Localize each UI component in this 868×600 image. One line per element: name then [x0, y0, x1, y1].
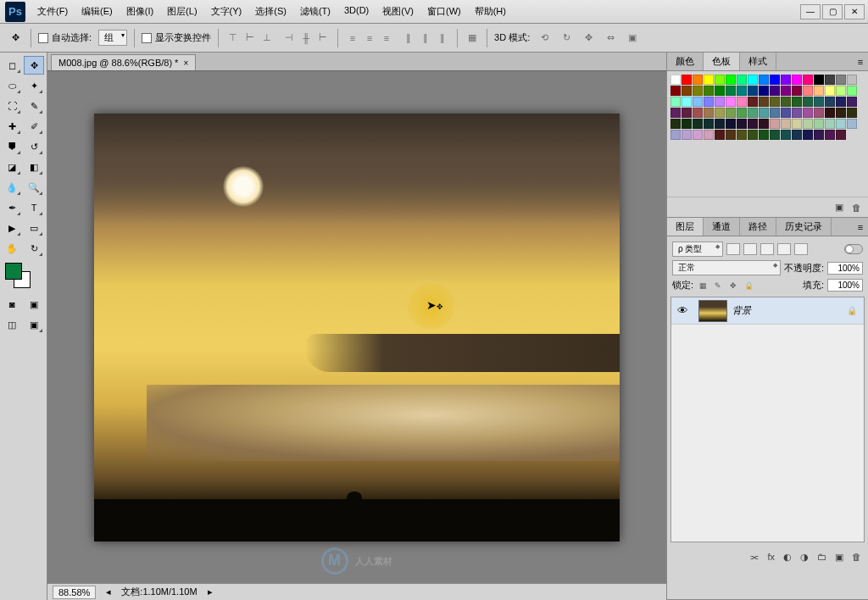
menu-3d[interactable]: 3D(D): [337, 2, 376, 21]
swatch[interactable]: [847, 97, 857, 107]
lock-paint-icon[interactable]: ✎: [712, 280, 724, 292]
visibility-eye-icon[interactable]: 👁: [671, 304, 693, 317]
swatch[interactable]: [726, 108, 736, 118]
swatch[interactable]: [792, 97, 802, 107]
menu-select[interactable]: 选择(S): [248, 2, 293, 21]
swatch[interactable]: [715, 86, 725, 96]
swatch[interactable]: [715, 119, 725, 129]
scroll-arrow-icon[interactable]: ◂: [106, 586, 111, 597]
eraser-tool[interactable]: ◪: [2, 158, 22, 176]
align-right-icon[interactable]: ⊢: [315, 31, 331, 46]
opacity-input[interactable]: 100%: [827, 262, 863, 275]
swatch[interactable]: [792, 86, 802, 96]
tab-layers[interactable]: 图层: [667, 218, 704, 236]
swatch[interactable]: [781, 119, 791, 129]
swatch[interactable]: [770, 130, 780, 140]
menu-image[interactable]: 图像(I): [120, 2, 160, 21]
swatch[interactable]: [715, 97, 725, 107]
dist-vmid-icon[interactable]: ≡: [362, 31, 377, 46]
swatch[interactable]: [836, 86, 846, 96]
color-swatches[interactable]: [5, 263, 31, 288]
dist-bottom-icon[interactable]: ≡: [379, 31, 394, 46]
swatch[interactable]: [715, 108, 725, 118]
crop-tool[interactable]: ⛶: [2, 97, 22, 115]
layer-thumbnail[interactable]: [698, 300, 727, 322]
stamp-tool[interactable]: ⛊: [2, 137, 22, 156]
swatch[interactable]: [670, 119, 681, 129]
swatch[interactable]: [682, 86, 692, 96]
swatch[interactable]: [792, 119, 802, 129]
eyedropper-tool[interactable]: ✎: [24, 97, 44, 115]
swatch[interactable]: [825, 108, 835, 118]
move-tool[interactable]: ✥: [24, 56, 44, 75]
swatch[interactable]: [792, 108, 802, 118]
tab-color[interactable]: 颜色: [667, 53, 704, 70]
fx-icon[interactable]: fx: [767, 552, 775, 562]
swatch[interactable]: [825, 130, 835, 140]
swatch[interactable]: [803, 130, 813, 140]
swatch[interactable]: [670, 97, 681, 107]
swatch[interactable]: [715, 130, 725, 140]
filter-pixel-icon[interactable]: [726, 243, 740, 255]
delete-layer-icon[interactable]: 🗑: [852, 552, 861, 562]
history-brush-tool[interactable]: ↺: [24, 137, 44, 156]
blend-mode-dropdown[interactable]: 正常: [672, 260, 781, 275]
dist-hmid-icon[interactable]: ‖: [418, 31, 433, 46]
rotate-tool[interactable]: ↻: [24, 239, 44, 258]
swatch[interactable]: [814, 108, 824, 118]
hand-tool[interactable]: ✋: [2, 239, 22, 258]
swatch[interactable]: [847, 86, 857, 96]
canvas-viewport[interactable]: ➤✥ 人人素材: [47, 71, 666, 583]
align-vmid-icon[interactable]: ⊢: [242, 31, 258, 46]
close-tab-icon[interactable]: ×: [183, 58, 188, 68]
dist-top-icon[interactable]: ≡: [345, 31, 360, 46]
align-hmid-icon[interactable]: ╫: [298, 31, 314, 46]
panel-expand[interactable]: ◫: [2, 315, 22, 334]
menu-type[interactable]: 文字(Y): [204, 2, 249, 21]
wand-tool[interactable]: ✦: [24, 76, 44, 95]
layer-kind-filter[interactable]: ρ 类型: [672, 242, 723, 257]
menu-view[interactable]: 视图(V): [376, 2, 420, 21]
swatch[interactable]: [781, 86, 791, 96]
swatch[interactable]: [726, 130, 736, 140]
swatch[interactable]: [682, 108, 692, 118]
lock-all-icon[interactable]: 🔒: [743, 280, 754, 292]
show-transform-checkbox[interactable]: 显示变换控件: [142, 31, 211, 44]
foreground-color[interactable]: [5, 263, 22, 280]
filter-adjust-icon[interactable]: [743, 243, 757, 255]
marquee-tool[interactable]: ◻: [2, 56, 22, 75]
swatch[interactable]: [726, 97, 736, 107]
pen-tool[interactable]: ✒: [2, 198, 22, 217]
tab-styles[interactable]: 样式: [740, 53, 776, 70]
swatch[interactable]: [759, 119, 769, 129]
swatch[interactable]: [682, 130, 692, 140]
menu-window[interactable]: 窗口(W): [420, 2, 468, 21]
swatch[interactable]: [759, 75, 769, 85]
filter-type-icon[interactable]: [760, 243, 774, 255]
swatch[interactable]: [682, 97, 692, 107]
swatch[interactable]: [792, 130, 802, 140]
gradient-tool[interactable]: ◧: [24, 158, 44, 176]
swatch[interactable]: [770, 86, 780, 96]
swatch[interactable]: [836, 75, 846, 85]
swatch[interactable]: [670, 75, 681, 85]
swatch[interactable]: [670, 130, 681, 140]
panel-menu-icon[interactable]: ≡: [853, 53, 868, 70]
new-swatch-icon[interactable]: ▣: [835, 202, 843, 213]
swatch[interactable]: [803, 75, 813, 85]
auto-select-checkbox[interactable]: 自动选择:: [38, 31, 92, 44]
swatch[interactable]: [847, 108, 857, 118]
swatch[interactable]: [737, 119, 747, 129]
swatch[interactable]: [814, 86, 824, 96]
new-layer-icon[interactable]: ▣: [835, 552, 843, 563]
swatch[interactable]: [748, 86, 758, 96]
swatch[interactable]: [781, 130, 791, 140]
blur-tool[interactable]: 💧: [2, 178, 22, 197]
tab-swatches[interactable]: 色板: [704, 53, 740, 70]
group-icon[interactable]: 🗀: [817, 552, 826, 562]
swatch[interactable]: [726, 75, 736, 85]
swatch[interactable]: [693, 97, 703, 107]
3d-slide-icon[interactable]: ⇔: [603, 31, 618, 46]
canvas-image[interactable]: ➤✥: [94, 114, 620, 542]
swatch[interactable]: [748, 75, 758, 85]
